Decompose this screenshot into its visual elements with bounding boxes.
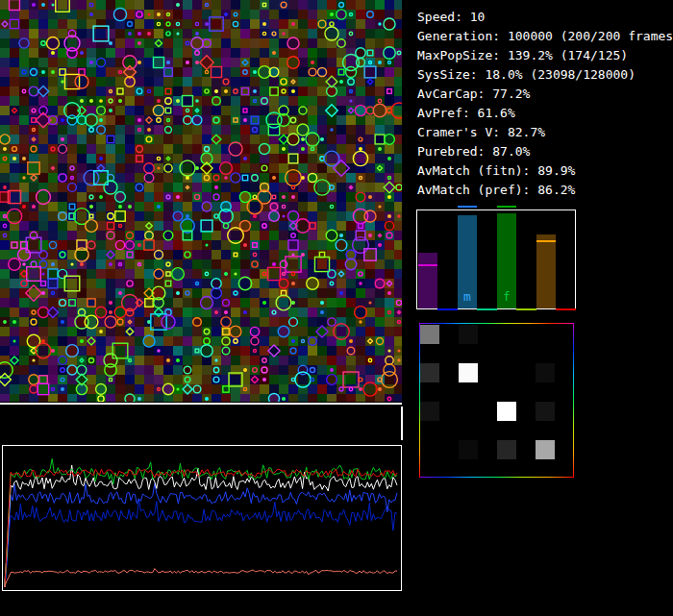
bar-label-f: f (497, 290, 516, 303)
population-bar-chart: mf (416, 209, 576, 309)
stat-line: AvCarCap: 77.2% (417, 85, 673, 104)
stat-line: Cramer's V: 82.7% (417, 123, 673, 142)
stat-line: Generation: 100000 (200/200 frames) (417, 27, 673, 46)
stat-line: AvMatch (pref): 86.2% (417, 181, 673, 200)
bar-marker-m (458, 206, 477, 208)
stat-line: AvMatch (fitn): 89.9% (417, 161, 673, 181)
heatmap-cell (536, 363, 555, 382)
population-grid-panel (0, 0, 402, 402)
heatmap-cell (420, 363, 439, 382)
heatmap-cell (536, 325, 555, 344)
heatmap-cell (459, 402, 478, 421)
heatmap-cell (497, 363, 516, 382)
bar-marker-f (497, 206, 516, 208)
heatmap-cell (536, 440, 555, 459)
heatmap-cell (459, 440, 478, 459)
stat-line: Speed: 10 (417, 8, 673, 27)
bar-purple (418, 253, 437, 308)
heatmap-border-right (573, 323, 574, 478)
baseline-segment (477, 308, 497, 310)
baseline-segment (556, 308, 576, 310)
heatmap-cell (497, 402, 516, 421)
grid-bottom-separator (0, 403, 402, 405)
heatmap-cell (420, 440, 439, 459)
stat-line: AvPref: 61.6% (417, 104, 673, 123)
bar-marker-purple (418, 264, 437, 266)
bar-orange (536, 234, 556, 308)
bar-label-m: m (458, 290, 477, 303)
heatmap-cell (459, 325, 478, 344)
heatmap-cell (420, 402, 439, 421)
stat-line: MaxPopSize: 139.2% (174/125) (417, 46, 673, 65)
heatmap-cell (536, 402, 555, 421)
stats-panel: Speed: 10Generation: 100000 (200/200 fra… (417, 8, 673, 200)
heatmap-cell (497, 325, 516, 344)
history-line-chart (2, 445, 402, 591)
history-line-chart-canvas (3, 446, 401, 590)
baseline-segment (516, 308, 536, 310)
population-grid-canvas (0, 0, 402, 402)
preference-heatmap (419, 323, 574, 478)
heatmap-border-bottom (419, 477, 574, 478)
baseline-segment (437, 308, 458, 310)
simulation-window: Speed: 10Generation: 100000 (200/200 fra… (0, 0, 673, 616)
heatmap-border-top (419, 323, 574, 324)
heatmap-cell (420, 325, 439, 344)
middle-vertical-separator (401, 407, 403, 440)
heatmap-cell (459, 363, 478, 382)
bar-marker-orange (536, 240, 556, 242)
stat-line: Purebred: 87.0% (417, 142, 673, 161)
heatmap-cell (497, 440, 516, 459)
stat-line: SysSize: 18.0% (23098/128000) (417, 65, 673, 85)
